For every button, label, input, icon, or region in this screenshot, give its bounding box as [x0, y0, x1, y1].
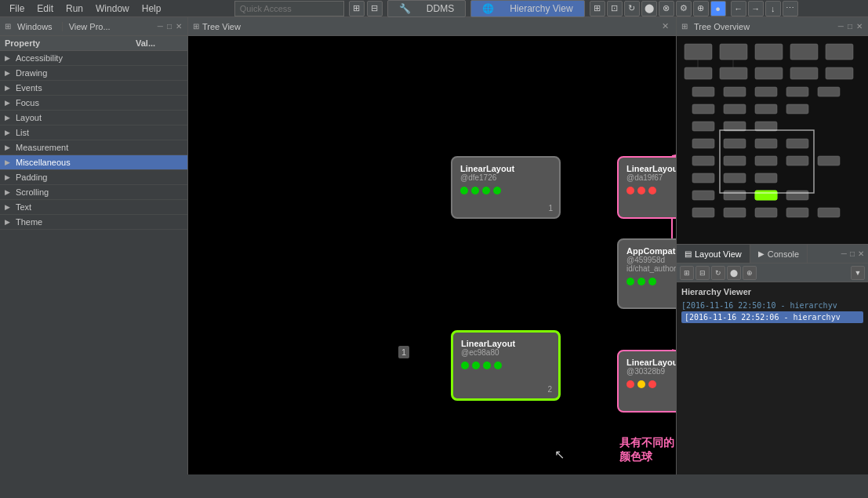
node-dot-red	[626, 380, 634, 388]
toolbar-btn-7[interactable]: ⊕	[693, 1, 709, 16]
bottom-close-btn[interactable]: ✕	[857, 249, 865, 259]
node-card-n6[interactable]: LinearLayout @30328b9 1	[617, 350, 676, 413]
property-item-layout[interactable]: ▶Layout	[0, 111, 187, 125]
svg-rect-20	[724, 104, 746, 114]
node-card-n4[interactable]: AppCompatImageView @459958d id/chat_auth…	[617, 238, 676, 309]
bottom-toolbar-menu-btn[interactable]: ▼	[851, 266, 865, 280]
item-label: Miscellaneous	[16, 158, 183, 167]
node-dots	[626, 380, 676, 388]
tab-console[interactable]: ▶ Console	[750, 245, 808, 263]
bottom-toolbar-btn2[interactable]: ⊟	[695, 266, 710, 280]
menu-run[interactable]: Run	[60, 3, 89, 14]
hv-entries: [2016-11-16 22:50:10 - hierarchyv[2016-1…	[681, 300, 863, 323]
quick-access-input[interactable]	[234, 1, 344, 16]
toolbar-btn-3[interactable]: ↻	[624, 1, 640, 16]
menu-help[interactable]: Help	[136, 3, 168, 14]
property-item-focus[interactable]: ▶Focus	[0, 96, 187, 111]
center-panel: ⊞ Tree View ✕ LinearLayout @dfe1726 1	[188, 17, 676, 474]
node-title: LinearLayout	[460, 164, 551, 173]
expand-arrow: ▶	[5, 114, 14, 122]
node-dot-green	[460, 187, 468, 194]
node-addr: @dfe1726	[460, 173, 551, 182]
svg-rect-7	[790, 44, 818, 60]
menu-file[interactable]: File	[3, 3, 31, 14]
property-item-padding[interactable]: ▶Padding	[0, 170, 187, 185]
overview-minimize-btn[interactable]: ─	[837, 21, 844, 31]
bottom-toolbar-btn4[interactable]: ⬤	[727, 266, 741, 280]
node-addr: @ec98a80	[461, 348, 550, 357]
svg-rect-26	[692, 139, 714, 148]
property-item-list[interactable]: ▶List	[0, 125, 187, 140]
expand-arrow: ▶	[5, 173, 14, 181]
svg-rect-28	[755, 139, 777, 148]
property-item-scrolling[interactable]: ▶Scrolling	[0, 185, 187, 200]
tree-view-content[interactable]: LinearLayout @dfe1726 1 LinearLayout @da…	[188, 36, 676, 474]
tab-layout-view[interactable]: ▤ Layout View	[677, 245, 750, 263]
hierarchy-view-btn[interactable]: 🌐 Hierarchy View	[470, 0, 584, 17]
item-label: Text	[16, 202, 183, 212]
node-dot-green	[482, 187, 490, 194]
toolbar-btn-2[interactable]: ⊡	[607, 1, 623, 16]
bottom-toolbar-btn3[interactable]: ↻	[711, 266, 725, 280]
tree-close-btn[interactable]: ✕	[659, 20, 671, 32]
property-item-theme[interactable]: ▶Theme	[0, 215, 187, 230]
panel-minimize-btn[interactable]: ─	[157, 21, 164, 31]
item-label: Events	[16, 83, 183, 93]
open-perspective-btn[interactable]: ⊟	[367, 1, 383, 16]
new-window-btn[interactable]: ⊞	[349, 1, 365, 16]
panel-close-btn[interactable]: ✕	[175, 21, 183, 31]
item-label: Theme	[16, 217, 183, 227]
property-item-accessibility[interactable]: ▶Accessibility	[0, 51, 187, 66]
nav-btn-2[interactable]: →	[748, 1, 764, 16]
toolbar-btn-4[interactable]: ⬤	[641, 1, 657, 16]
property-item-drawing[interactable]: ▶Drawing	[0, 66, 187, 81]
bottom-toolbar-btn5[interactable]: ⊕	[743, 266, 757, 280]
svg-rect-29	[786, 139, 808, 148]
viewpro-label[interactable]: View Pro...	[62, 22, 111, 31]
node-dot-green	[648, 278, 656, 285]
nav-btn-1[interactable]: ←	[731, 1, 746, 16]
item-label: Layout	[16, 113, 183, 122]
node-card-n2[interactable]: LinearLayout @da19f67 1	[617, 156, 676, 219]
toolbar-btn-5[interactable]: ⊗	[659, 1, 674, 16]
svg-rect-43	[724, 208, 746, 217]
node-card-n5[interactable]: LinearLayout @ec98a80 2	[451, 330, 561, 401]
node-card-n1[interactable]: LinearLayout @dfe1726 1	[451, 156, 561, 219]
toolbar-btn-6[interactable]: ⚙	[676, 1, 692, 16]
panel-maximize-btn[interactable]: □	[166, 21, 173, 31]
toolbar-btn-8[interactable]: ●	[710, 1, 726, 16]
hierarchy-icon: 🌐	[476, 3, 500, 14]
expand-arrow: ▶	[5, 84, 14, 92]
node-id-text: id/chat_author_avatar	[626, 264, 676, 273]
layout-icon: ▤	[685, 249, 692, 258]
menu-window[interactable]: Window	[89, 3, 136, 14]
overview-icon: ⊞	[681, 22, 688, 31]
property-item-text[interactable]: ▶Text	[0, 200, 187, 215]
tree-overview-label[interactable]: Tree Overview	[694, 22, 750, 31]
node-dot-red	[648, 380, 656, 388]
menu-edit[interactable]: Edit	[31, 3, 60, 14]
property-item-miscellaneous[interactable]: ▶Miscellaneous	[0, 155, 187, 170]
svg-rect-44	[755, 208, 777, 217]
bottom-maximize-btn[interactable]: □	[849, 249, 855, 259]
nav-btn-4[interactable]: ⋯	[783, 1, 798, 16]
item-label: Accessibility	[16, 53, 183, 63]
svg-rect-14	[692, 87, 714, 96]
tree-view-tab[interactable]: Tree View	[202, 22, 241, 31]
left-panel-tab: ⊞ Windows View Pro... ─ □ ✕	[0, 17, 187, 36]
property-item-events[interactable]: ▶Events	[0, 81, 187, 96]
overview-close-btn[interactable]: ✕	[855, 21, 863, 31]
ddms-btn[interactable]: 🔧 DDMS	[387, 0, 466, 17]
tree-overview-canvas[interactable]	[677, 36, 868, 244]
overview-maximize-btn[interactable]: □	[847, 21, 853, 31]
item-label: Padding	[16, 173, 183, 182]
bottom-toolbar-btn1[interactable]: ⊞	[680, 266, 694, 280]
bottom-minimize-btn[interactable]: ─	[841, 249, 848, 259]
node-dot-green	[461, 362, 469, 369]
svg-rect-19	[692, 104, 714, 114]
toolbar-btn-1[interactable]: ⊞	[590, 1, 605, 16]
nav-btn-3[interactable]: ↓	[765, 1, 781, 16]
property-item-measurement[interactable]: ▶Measurement	[0, 140, 187, 155]
tree-icon: ⊞	[193, 22, 199, 31]
windows-label[interactable]: Windows	[17, 22, 53, 31]
